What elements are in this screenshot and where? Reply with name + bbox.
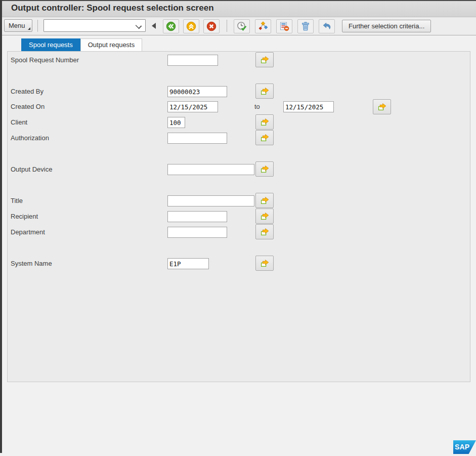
collapse-toolbar-icon[interactable]: [152, 23, 156, 29]
multiple-selection-button-authorization[interactable]: [255, 130, 274, 145]
menu-corner-icon: [28, 27, 30, 30]
label-system-name: System Name: [11, 260, 52, 267]
undo-button[interactable]: [319, 19, 335, 33]
label-to: to: [254, 103, 260, 110]
label-title: Title: [11, 197, 23, 204]
window-left-border: [0, 0, 2, 453]
dropdown-chevron-icon[interactable]: [136, 23, 142, 29]
sap-logo: SAP: [453, 440, 476, 454]
multiple-selection-button-created-by[interactable]: [255, 84, 274, 99]
label-spool-request-number: Spool Request Number: [11, 56, 79, 64]
multiple-selection-icon: [261, 212, 269, 221]
titlebar: Output controller: Spool request selecti…: [2, 1, 476, 17]
multiple-selection-icon: [261, 228, 269, 236]
selection-panel: Spool Request Number Created By Created …: [7, 51, 470, 382]
input-system-name[interactable]: [167, 258, 209, 269]
delete-list-icon: [279, 21, 289, 31]
multiple-selection-button-spool-request-number[interactable]: [255, 52, 274, 67]
exit-button[interactable]: [183, 19, 199, 33]
multiple-selection-button-created-on[interactable]: [373, 99, 391, 114]
sap-gui-window: Output controller: Spool request selecti…: [0, 0, 476, 456]
input-output-device[interactable]: [167, 164, 254, 175]
multiple-selection-button-client[interactable]: [255, 114, 274, 130]
back-button[interactable]: [163, 19, 179, 33]
multiple-selection-icon: [261, 56, 269, 64]
input-spool-request-number[interactable]: [167, 55, 218, 66]
cancel-icon: [206, 21, 217, 31]
cancel-button[interactable]: [203, 19, 220, 33]
menu-button-label: Menu: [9, 22, 25, 29]
execute-button[interactable]: [234, 19, 250, 33]
input-created-by[interactable]: [167, 86, 227, 97]
input-created-on-from[interactable]: [167, 101, 218, 112]
multiple-selection-button-title[interactable]: [255, 193, 274, 208]
label-recipient: Recipient: [11, 213, 38, 220]
trash-icon: [300, 21, 311, 31]
input-authorization[interactable]: [167, 133, 227, 144]
free-selections-button[interactable]: [255, 19, 271, 33]
toolbar-divider: [37, 20, 38, 32]
label-output-device: Output Device: [11, 165, 52, 173]
multiple-selection-button-recipient[interactable]: [255, 209, 274, 224]
execute-icon: [237, 21, 247, 31]
label-department: Department: [11, 228, 45, 236]
multiple-selection-icon: [378, 103, 386, 111]
input-recipient[interactable]: [167, 211, 227, 222]
multiple-selection-icon: [261, 134, 269, 142]
delete-button[interactable]: [297, 19, 314, 33]
multiple-selection-icon: [261, 196, 269, 205]
multiple-selection-button-system-name[interactable]: [255, 256, 274, 271]
label-created-on: Created On: [11, 103, 45, 110]
sap-logo-text: SAP: [455, 443, 469, 451]
multiple-selection-button-output-device[interactable]: [255, 161, 274, 177]
tabstrip: Spool requestsOutput requests: [21, 38, 142, 52]
multiple-selection-button-department[interactable]: [255, 224, 274, 239]
multiple-selection-icon: [261, 165, 269, 174]
toolbar-divider: [227, 20, 227, 32]
label-authorization: Authorization: [11, 134, 49, 142]
command-combobox[interactable]: [44, 19, 146, 32]
menu-button[interactable]: Menu: [4, 19, 32, 32]
label-client: Client: [11, 118, 27, 126]
free-selections-icon: [258, 21, 268, 31]
command-input[interactable]: [45, 21, 133, 31]
further-selection-criteria-button[interactable]: Further selection criteria...: [342, 20, 431, 32]
toolbar: Menu: [2, 17, 476, 35]
input-title[interactable]: [167, 195, 254, 206]
undo-icon: [322, 21, 332, 31]
delete-list-button[interactable]: [276, 19, 292, 33]
back-icon: [166, 21, 176, 31]
page-title: Output controller: Spool request selecti…: [11, 3, 214, 13]
exit-icon: [186, 21, 196, 31]
input-created-on-to[interactable]: [283, 101, 334, 112]
multiple-selection-icon: [261, 259, 269, 268]
tab-spool-requests[interactable]: Spool requests: [21, 38, 80, 52]
tab-output-requests[interactable]: Output requests: [80, 38, 143, 51]
input-client[interactable]: [167, 117, 185, 128]
input-department[interactable]: [167, 227, 227, 238]
multiple-selection-icon: [261, 118, 269, 127]
label-created-by: Created By: [11, 88, 44, 95]
multiple-selection-icon: [261, 87, 269, 96]
